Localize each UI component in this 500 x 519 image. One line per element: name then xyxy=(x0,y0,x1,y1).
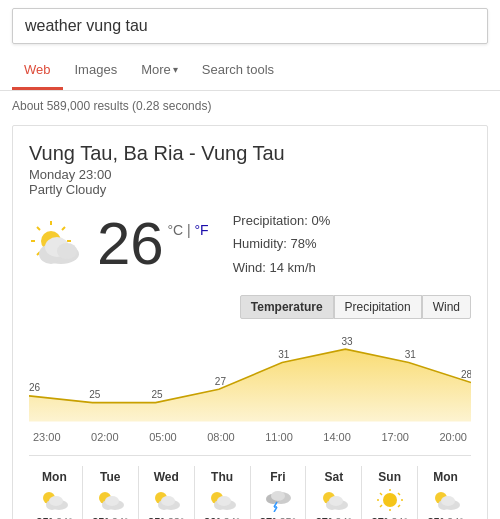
day-name: Thu xyxy=(199,470,246,484)
day-name: Sat xyxy=(310,470,357,484)
time-7: 20:00 xyxy=(439,431,467,443)
tabs-bar: Web Images More ▾ Search tools xyxy=(0,52,500,91)
svg-text:27: 27 xyxy=(215,374,226,387)
chevron-down-icon: ▾ xyxy=(173,64,178,75)
day-name: Mon xyxy=(422,470,469,484)
forecast-day-mon-0: Mon 35° 24° xyxy=(29,466,80,519)
svg-text:33: 33 xyxy=(341,334,352,347)
day-name: Wed xyxy=(143,470,190,484)
tab-web[interactable]: Web xyxy=(12,52,63,90)
current-weather-row: 26 °C | °F Precipitation: 0% Humidity: 7… xyxy=(29,209,471,279)
day-divider xyxy=(361,466,362,519)
svg-line-54 xyxy=(398,493,400,495)
day-divider xyxy=(82,466,83,519)
temperature-value: 26 °C | °F xyxy=(97,214,209,274)
forecast-day-sat-5: Sat 37° 24° xyxy=(308,466,359,519)
city-name: Vung Tau, Ba Ria - Vung Tau xyxy=(29,142,471,165)
partly-cloudy-icon xyxy=(95,488,125,512)
time-2: 05:00 xyxy=(149,431,177,443)
tab-more[interactable]: More ▾ xyxy=(129,52,190,90)
svg-point-12 xyxy=(57,243,77,259)
chart-btn-precipitation[interactable]: Precipitation xyxy=(334,295,422,319)
date-time: Monday 23:00 xyxy=(29,167,471,182)
chart-svg: 26 25 25 27 31 33 31 28 xyxy=(29,327,471,427)
temp-unit: °C | °F xyxy=(167,222,208,238)
chart-btn-wind[interactable]: Wind xyxy=(422,295,471,319)
svg-text:31: 31 xyxy=(278,348,289,361)
chart-btn-temperature[interactable]: Temperature xyxy=(240,295,334,319)
sunny-icon xyxy=(375,488,405,512)
partly-cloudy-icon xyxy=(431,488,461,512)
precipitation-label: Precipitation: 0% xyxy=(233,209,331,232)
wind-label: Wind: 14 km/h xyxy=(233,256,331,279)
svg-line-56 xyxy=(398,505,400,507)
day-name: Tue xyxy=(87,470,134,484)
day-divider xyxy=(138,466,139,519)
svg-line-53 xyxy=(380,493,382,495)
forecast-day-wed-2: Wed 35° 23° xyxy=(141,466,192,519)
tab-images[interactable]: Images xyxy=(63,52,130,90)
temp-with-icon: 26 °C | °F xyxy=(29,214,209,274)
partly-cloudy-icon xyxy=(39,488,69,512)
svg-point-37 xyxy=(217,496,231,506)
weather-details: Precipitation: 0% Humidity: 78% Wind: 14… xyxy=(233,209,331,279)
svg-point-25 xyxy=(49,496,63,506)
svg-point-29 xyxy=(105,496,119,506)
svg-text:25: 25 xyxy=(89,388,100,401)
temperature-chart: 26 25 25 27 31 33 31 28 xyxy=(29,327,471,427)
weather-condition: Partly Cloudy xyxy=(29,182,471,197)
day-divider xyxy=(194,466,195,519)
svg-point-48 xyxy=(383,493,397,507)
time-4: 11:00 xyxy=(265,431,293,443)
svg-point-60 xyxy=(441,496,455,506)
forecast-day-thu-3: Thu 36° 24° xyxy=(197,466,248,519)
forecast-day-tue-1: Tue 35° 24° xyxy=(85,466,136,519)
daily-forecast: Mon 35° 24°Tue 35° 24°Wed 35° 23°Thu 36°… xyxy=(29,455,471,519)
svg-point-33 xyxy=(161,496,175,506)
day-divider xyxy=(417,466,418,519)
thunderstorm-icon xyxy=(263,488,293,512)
humidity-label: Humidity: 78% xyxy=(233,232,331,255)
chart-buttons: Temperature Precipitation Wind xyxy=(29,295,471,319)
time-6: 17:00 xyxy=(381,431,409,443)
time-5: 14:00 xyxy=(323,431,351,443)
tab-search-tools[interactable]: Search tools xyxy=(190,52,286,90)
svg-text:31: 31 xyxy=(405,348,416,361)
svg-text:26: 26 xyxy=(29,381,40,394)
partly-cloudy-icon xyxy=(207,488,237,512)
forecast-day-fri-4: Fri 37° 25° xyxy=(253,466,304,519)
svg-point-40 xyxy=(271,491,285,501)
partly-cloudy-icon xyxy=(29,219,89,269)
search-query: weather vung tau xyxy=(25,17,148,35)
svg-line-55 xyxy=(380,505,382,507)
weather-card: Vung Tau, Ba Ria - Vung Tau Monday 23:00… xyxy=(12,125,488,519)
time-1: 02:00 xyxy=(91,431,119,443)
results-count: About 589,000 results (0.28 seconds) xyxy=(0,91,500,121)
partly-cloudy-icon xyxy=(319,488,349,512)
svg-text:25: 25 xyxy=(152,388,163,401)
svg-point-47 xyxy=(329,496,343,506)
day-name: Fri xyxy=(255,470,302,484)
day-name: Mon xyxy=(31,470,78,484)
time-0: 23:00 xyxy=(33,431,61,443)
day-divider xyxy=(250,466,251,519)
svg-text:28: 28 xyxy=(461,368,471,381)
partly-cloudy-icon xyxy=(151,488,181,512)
day-name: Sun xyxy=(366,470,413,484)
day-divider xyxy=(305,466,306,519)
forecast-day-mon-7: Mon 35° 24° xyxy=(420,466,471,519)
forecast-day-sun-6: Sun 37° 24° xyxy=(364,466,415,519)
svg-line-6 xyxy=(62,227,65,230)
search-bar[interactable]: weather vung tau xyxy=(12,8,488,44)
time-3: 08:00 xyxy=(207,431,235,443)
temp-unit-f[interactable]: °F xyxy=(195,222,209,238)
time-labels: 23:00 02:00 05:00 08:00 11:00 14:00 17:0… xyxy=(29,431,471,443)
svg-line-5 xyxy=(37,227,40,230)
